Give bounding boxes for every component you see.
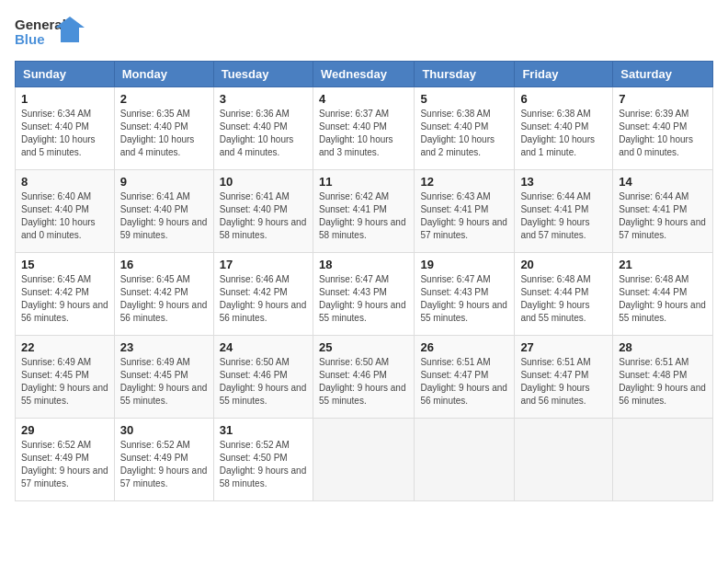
day-info: Sunrise: 6:47 AMSunset: 4:43 PMDaylight:… xyxy=(319,273,408,325)
calendar-cell: 4Sunrise: 6:37 AMSunset: 4:40 PMDaylight… xyxy=(313,87,414,170)
day-info: Sunrise: 6:48 AMSunset: 4:44 PMDaylight:… xyxy=(619,273,707,325)
day-info: Sunrise: 6:50 AMSunset: 4:46 PMDaylight:… xyxy=(319,356,408,408)
day-info: Sunrise: 6:49 AMSunset: 4:45 PMDaylight:… xyxy=(21,356,108,408)
day-number: 5 xyxy=(420,92,508,106)
calendar-cell: 22Sunrise: 6:49 AMSunset: 4:45 PMDayligh… xyxy=(16,336,115,419)
day-number: 25 xyxy=(319,340,408,354)
logo-svg: GeneralBlue xyxy=(15,15,88,52)
calendar-cell: 6Sunrise: 6:38 AMSunset: 4:40 PMDaylight… xyxy=(515,87,613,170)
calendar-week-1: 1Sunrise: 6:34 AMSunset: 4:40 PMDaylight… xyxy=(16,87,713,170)
calendar-cell xyxy=(515,419,613,501)
svg-text:Blue: Blue xyxy=(15,31,45,47)
calendar-cell: 14Sunrise: 6:44 AMSunset: 4:41 PMDayligh… xyxy=(613,170,713,253)
day-number: 13 xyxy=(520,175,607,189)
day-info: Sunrise: 6:47 AMSunset: 4:43 PMDaylight:… xyxy=(420,273,508,325)
day-number: 28 xyxy=(619,340,707,354)
calendar-cell: 24Sunrise: 6:50 AMSunset: 4:46 PMDayligh… xyxy=(213,336,313,419)
day-number: 7 xyxy=(619,92,707,106)
calendar-cell: 21Sunrise: 6:48 AMSunset: 4:44 PMDayligh… xyxy=(613,253,713,336)
column-header-wednesday: Wednesday xyxy=(313,62,414,87)
day-number: 18 xyxy=(319,258,408,271)
calendar-cell: 2Sunrise: 6:35 AMSunset: 4:40 PMDaylight… xyxy=(114,87,213,170)
day-number: 31 xyxy=(220,423,307,437)
day-info: Sunrise: 6:51 AMSunset: 4:47 PMDaylight:… xyxy=(520,356,607,408)
column-header-friday: Friday xyxy=(515,62,613,87)
calendar-cell: 23Sunrise: 6:49 AMSunset: 4:45 PMDayligh… xyxy=(114,336,213,419)
calendar-cell: 9Sunrise: 6:41 AMSunset: 4:40 PMDaylight… xyxy=(114,170,213,253)
calendar-cell: 8Sunrise: 6:40 AMSunset: 4:40 PMDaylight… xyxy=(16,170,115,253)
day-number: 26 xyxy=(420,340,508,354)
calendar-week-3: 15Sunrise: 6:45 AMSunset: 4:42 PMDayligh… xyxy=(16,253,713,336)
day-number: 20 xyxy=(520,258,607,271)
calendar-cell: 15Sunrise: 6:45 AMSunset: 4:42 PMDayligh… xyxy=(16,253,115,336)
day-number: 15 xyxy=(21,258,108,271)
day-info: Sunrise: 6:34 AMSunset: 4:40 PMDaylight:… xyxy=(21,108,108,159)
calendar-cell: 20Sunrise: 6:48 AMSunset: 4:44 PMDayligh… xyxy=(515,253,613,336)
day-info: Sunrise: 6:50 AMSunset: 4:46 PMDaylight:… xyxy=(220,356,307,408)
calendar-cell xyxy=(415,419,515,501)
calendar-header-row: SundayMondayTuesdayWednesdayThursdayFrid… xyxy=(16,62,713,87)
day-number: 21 xyxy=(619,258,707,271)
day-number: 19 xyxy=(420,258,508,271)
day-number: 22 xyxy=(21,340,108,354)
day-info: Sunrise: 6:35 AMSunset: 4:40 PMDaylight:… xyxy=(120,108,208,159)
day-info: Sunrise: 6:44 AMSunset: 4:41 PMDaylight:… xyxy=(520,190,607,242)
day-number: 24 xyxy=(220,340,307,354)
calendar-week-4: 22Sunrise: 6:49 AMSunset: 4:45 PMDayligh… xyxy=(16,336,713,419)
calendar-cell: 19Sunrise: 6:47 AMSunset: 4:43 PMDayligh… xyxy=(415,253,515,336)
calendar-cell: 16Sunrise: 6:45 AMSunset: 4:42 PMDayligh… xyxy=(114,253,213,336)
day-number: 3 xyxy=(220,92,307,106)
day-number: 30 xyxy=(120,423,208,437)
column-header-monday: Monday xyxy=(114,62,213,87)
calendar-cell xyxy=(313,419,414,501)
day-number: 23 xyxy=(120,340,208,354)
day-number: 1 xyxy=(21,92,108,106)
calendar-cell: 27Sunrise: 6:51 AMSunset: 4:47 PMDayligh… xyxy=(515,336,613,419)
day-info: Sunrise: 6:38 AMSunset: 4:40 PMDaylight:… xyxy=(520,108,607,159)
calendar-cell xyxy=(613,419,713,501)
day-number: 16 xyxy=(120,258,208,271)
day-info: Sunrise: 6:45 AMSunset: 4:42 PMDaylight:… xyxy=(21,273,108,325)
day-info: Sunrise: 6:51 AMSunset: 4:47 PMDaylight:… xyxy=(420,356,508,408)
day-number: 27 xyxy=(520,340,607,354)
day-info: Sunrise: 6:52 AMSunset: 4:49 PMDaylight:… xyxy=(120,439,208,490)
page-header: GeneralBlue xyxy=(15,15,713,52)
day-info: Sunrise: 6:44 AMSunset: 4:41 PMDaylight:… xyxy=(619,190,707,242)
day-number: 10 xyxy=(220,175,307,189)
calendar-cell: 25Sunrise: 6:50 AMSunset: 4:46 PMDayligh… xyxy=(313,336,414,419)
calendar-cell: 18Sunrise: 6:47 AMSunset: 4:43 PMDayligh… xyxy=(313,253,414,336)
calendar-cell: 1Sunrise: 6:34 AMSunset: 4:40 PMDaylight… xyxy=(16,87,115,170)
day-info: Sunrise: 6:43 AMSunset: 4:41 PMDaylight:… xyxy=(420,190,508,242)
column-header-thursday: Thursday xyxy=(415,62,515,87)
calendar-cell: 3Sunrise: 6:36 AMSunset: 4:40 PMDaylight… xyxy=(213,87,313,170)
day-number: 29 xyxy=(21,423,108,437)
calendar-cell: 13Sunrise: 6:44 AMSunset: 4:41 PMDayligh… xyxy=(515,170,613,253)
day-number: 9 xyxy=(120,175,208,189)
calendar-cell: 12Sunrise: 6:43 AMSunset: 4:41 PMDayligh… xyxy=(415,170,515,253)
day-info: Sunrise: 6:38 AMSunset: 4:40 PMDaylight:… xyxy=(420,108,508,159)
logo: GeneralBlue xyxy=(15,15,88,52)
calendar-cell: 29Sunrise: 6:52 AMSunset: 4:49 PMDayligh… xyxy=(16,419,115,501)
calendar-week-2: 8Sunrise: 6:40 AMSunset: 4:40 PMDaylight… xyxy=(16,170,713,253)
calendar-cell: 31Sunrise: 6:52 AMSunset: 4:50 PMDayligh… xyxy=(213,419,313,501)
day-info: Sunrise: 6:37 AMSunset: 4:40 PMDaylight:… xyxy=(319,108,408,159)
day-number: 8 xyxy=(21,175,108,189)
day-number: 11 xyxy=(319,175,408,189)
day-number: 2 xyxy=(120,92,208,106)
day-number: 14 xyxy=(619,175,707,189)
day-info: Sunrise: 6:45 AMSunset: 4:42 PMDaylight:… xyxy=(120,273,208,325)
column-header-tuesday: Tuesday xyxy=(213,62,313,87)
column-header-sunday: Sunday xyxy=(16,62,115,87)
day-info: Sunrise: 6:46 AMSunset: 4:42 PMDaylight:… xyxy=(220,273,307,325)
day-info: Sunrise: 6:52 AMSunset: 4:49 PMDaylight:… xyxy=(21,439,108,490)
day-number: 4 xyxy=(319,92,408,106)
day-info: Sunrise: 6:36 AMSunset: 4:40 PMDaylight:… xyxy=(220,108,307,159)
day-info: Sunrise: 6:51 AMSunset: 4:48 PMDaylight:… xyxy=(619,356,707,408)
day-info: Sunrise: 6:41 AMSunset: 4:40 PMDaylight:… xyxy=(220,190,307,242)
calendar-cell: 30Sunrise: 6:52 AMSunset: 4:49 PMDayligh… xyxy=(114,419,213,501)
day-info: Sunrise: 6:42 AMSunset: 4:41 PMDaylight:… xyxy=(319,190,408,242)
calendar-cell: 11Sunrise: 6:42 AMSunset: 4:41 PMDayligh… xyxy=(313,170,414,253)
calendar-cell: 28Sunrise: 6:51 AMSunset: 4:48 PMDayligh… xyxy=(613,336,713,419)
day-number: 12 xyxy=(420,175,508,189)
day-number: 6 xyxy=(520,92,607,106)
